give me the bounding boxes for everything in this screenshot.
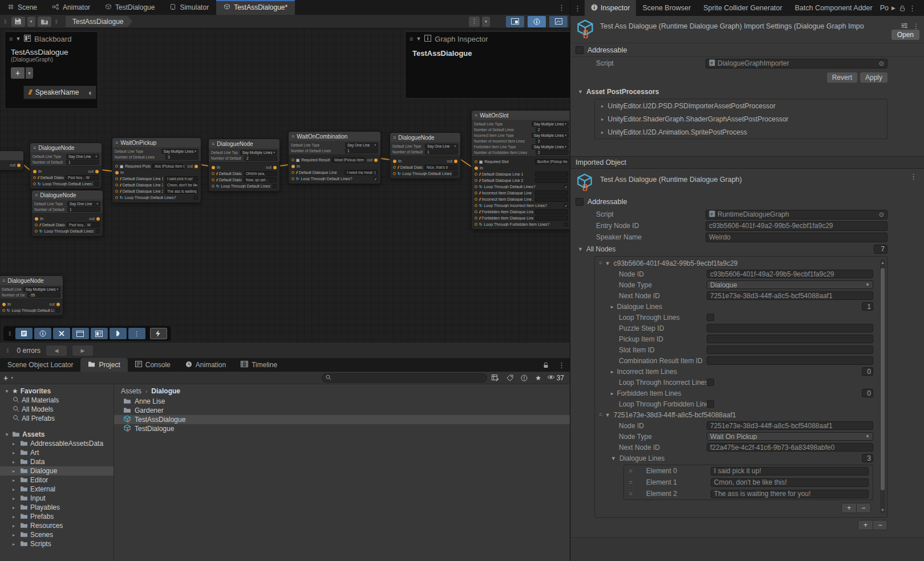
tab-animator[interactable]: Animator xyxy=(44,0,98,15)
array-size-field[interactable]: 0 xyxy=(862,389,873,397)
parameter-dropdown[interactable]: Say One Line▾ xyxy=(345,143,378,148)
tab-inspector[interactable]: Inspector xyxy=(585,0,636,16)
tree-item-external[interactable]: ▸External xyxy=(0,485,114,494)
favorites-item[interactable]: All Models xyxy=(0,405,114,414)
tab-scroll-arrow-icon[interactable]: ▶ xyxy=(890,5,897,11)
connected-port-icon[interactable] xyxy=(374,158,378,162)
connected-port-icon[interactable] xyxy=(115,171,119,174)
array-size-field[interactable]: 0 xyxy=(862,367,873,376)
expand-caret-icon[interactable]: ▸ xyxy=(13,441,18,446)
parameter-dropdown[interactable]: Say One Line▾ xyxy=(425,144,458,149)
expand-caret-icon[interactable]: ▸ xyxy=(13,469,18,474)
next-error-button[interactable]: ▶ xyxy=(72,345,93,356)
port-icon[interactable] xyxy=(475,173,477,176)
port-value-field[interactable]: Cmon, don't be like this! xyxy=(165,182,198,188)
favorites-item[interactable]: All Materials xyxy=(0,396,114,405)
element-field[interactable]: I said pick it up! xyxy=(711,467,869,475)
graph-edge[interactable] xyxy=(102,170,112,171)
parameter-field[interactable]: 2 xyxy=(536,139,569,144)
array-size-field[interactable]: 1 xyxy=(862,302,873,311)
parameter-dropdown[interactable]: Say Multiple Lines▾ xyxy=(532,133,569,138)
property-field[interactable] xyxy=(707,345,873,354)
foldout-caret-icon[interactable]: ▼ xyxy=(605,412,610,418)
remove-node-button[interactable]: − xyxy=(873,521,887,530)
parameter-field[interactable]: -55 xyxy=(27,292,60,298)
drag-handle[interactable]: ‖ xyxy=(5,347,11,354)
minimap-toggle-button[interactable] xyxy=(506,16,524,27)
project-menu-kebab[interactable]: ⋮ xyxy=(553,358,570,372)
property-field[interactable] xyxy=(707,324,873,332)
tree-item-prefabs[interactable]: ▸Prefabs xyxy=(0,512,114,521)
port-icon[interactable] xyxy=(475,192,477,194)
toolbar-drag-handle[interactable]: ‖ xyxy=(7,330,14,337)
connected-port-icon[interactable] xyxy=(194,165,198,168)
graph-canvas[interactable]: ≡StartNodeSpeakerNameout≡DialogueNodeDef… xyxy=(0,29,570,342)
port-icon[interactable] xyxy=(475,198,477,201)
connected-port-icon[interactable] xyxy=(2,303,6,306)
expand-caret-icon[interactable]: ▸ xyxy=(13,542,18,547)
port-icon[interactable] xyxy=(115,177,118,180)
graph-node-waitonslot[interactable]: ≡WaitOnSlotDefault Line TypeSay Multiple… xyxy=(471,110,570,230)
parameter-field[interactable]: 1 xyxy=(67,207,100,212)
lightning-tool-button[interactable] xyxy=(150,328,167,339)
nodes-scrollbar[interactable]: ▲ ▼ xyxy=(880,259,885,514)
connected-port-icon[interactable] xyxy=(56,303,60,306)
port-icon[interactable] xyxy=(475,179,477,182)
tools-button[interactable] xyxy=(53,328,70,339)
panel-drag-handle[interactable]: ≡ xyxy=(410,35,412,42)
apply-button[interactable]: Apply xyxy=(860,72,887,83)
info-tool-button[interactable] xyxy=(34,328,51,339)
property-checkbox[interactable] xyxy=(707,314,714,321)
foldout-caret-icon[interactable]: ▸ xyxy=(601,116,604,122)
tree-item-playables[interactable]: ▸Playables xyxy=(0,503,114,512)
node-menu-icon[interactable]: ≡ xyxy=(33,145,36,151)
tab-project[interactable]: Project xyxy=(80,358,127,372)
array-size-field[interactable]: 3 xyxy=(862,454,873,462)
show-in-project-button[interactable] xyxy=(38,17,51,27)
parameter-dropdown[interactable]: Say Multiple Lines▾ xyxy=(161,149,198,154)
add-property-dropdown[interactable]: ▼ xyxy=(26,67,33,79)
layout-tool-button[interactable] xyxy=(91,328,108,339)
tab-simulator[interactable]: Simulator xyxy=(162,0,216,15)
more-tools-kebab[interactable]: ⋮ xyxy=(128,328,145,339)
remove-element-button[interactable]: − xyxy=(856,503,870,513)
graph-options-kebab[interactable]: ⋮ xyxy=(469,17,480,27)
property-dropdown[interactable]: Dialogue▼ xyxy=(707,280,873,289)
tree-item-scenes[interactable]: ▸Scenes xyxy=(0,530,114,539)
node-header[interactable]: ≡WaitOnCombination xyxy=(289,132,380,141)
favorites-item[interactable]: All Prefabs xyxy=(0,414,114,423)
graph-inspector-panel[interactable]: ≡ ▼ Graph Inspector TestAssDialogue xyxy=(405,31,570,99)
collapse-caret-icon[interactable]: ▼ xyxy=(5,432,10,437)
port-icon[interactable] xyxy=(115,190,118,193)
port-value-field[interactable] xyxy=(535,209,568,214)
port-icon[interactable] xyxy=(115,196,118,199)
element-field[interactable]: Cmon, don't be like this! xyxy=(711,478,869,487)
add-node-button[interactable]: + xyxy=(858,521,873,530)
tree-item-resources[interactable]: ▸Resources xyxy=(0,521,114,530)
port-icon[interactable] xyxy=(33,182,36,185)
port-value-field[interactable]: Ass [Pickup Item Data] (P xyxy=(152,164,185,169)
graph-edge[interactable] xyxy=(381,158,390,160)
window-tool-button[interactable] xyxy=(72,328,89,339)
add-property-button[interactable]: + xyxy=(11,67,25,79)
property-field[interactable] xyxy=(707,335,873,343)
port-value-field[interactable] xyxy=(535,216,568,221)
foldout-caret-icon[interactable]: ▼ xyxy=(611,456,616,461)
node-header[interactable]: ≡WaitOnPickup xyxy=(112,138,201,147)
favorite-search-icon[interactable]: ★ xyxy=(533,374,544,382)
port-value-field[interactable]: Bonfire [Pickup Item D xyxy=(535,159,568,164)
postprocessor-item[interactable]: ▸UnityEditor.ShaderGraph.ShaderGraphAsse… xyxy=(595,112,887,125)
asset-postprocessors-foldout[interactable]: ▼ Asset PostProcessors xyxy=(570,86,924,98)
expand-caret-icon[interactable]: ▸ xyxy=(13,523,18,529)
port-icon[interactable] xyxy=(33,176,36,179)
port-value-field[interactable]: Psst boy... W xyxy=(67,222,100,227)
connected-port-icon[interactable] xyxy=(95,170,99,173)
port-icon[interactable] xyxy=(291,171,294,174)
element-field[interactable]: The ass is waiting there for you! xyxy=(711,490,869,498)
port-icon[interactable] xyxy=(35,230,38,233)
collapse-caret-icon[interactable]: ▼ xyxy=(416,36,421,42)
foldout-row[interactable]: ▸Incorrect Item Lines0 xyxy=(595,366,887,377)
foldout-caret-icon[interactable]: ▸ xyxy=(601,129,604,135)
header-kebab-icon[interactable]: ⋮ xyxy=(913,22,919,30)
scroll-down-icon[interactable]: ▼ xyxy=(880,508,885,512)
